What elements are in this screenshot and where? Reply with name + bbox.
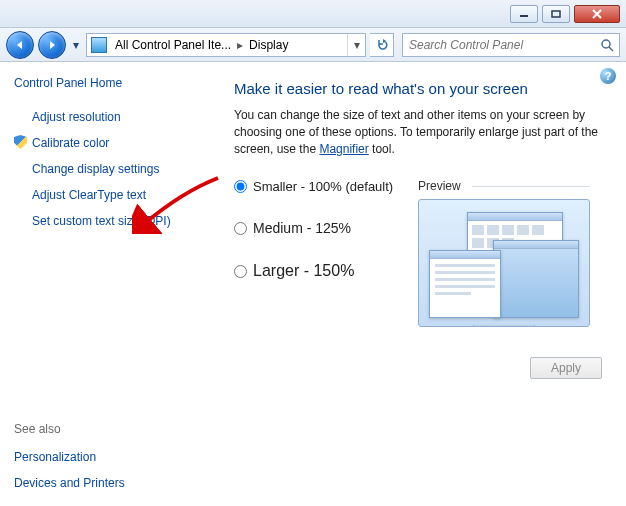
sidebar: Control Panel Home Adjust resolution Cal… [0, 62, 214, 506]
back-button[interactable] [6, 31, 34, 59]
scale-options: Smaller - 100% (default) Medium - 125% L… [234, 179, 606, 327]
refresh-icon [375, 38, 389, 52]
radio-smaller-input[interactable] [234, 180, 247, 193]
search-input[interactable] [403, 37, 595, 53]
radio-larger-label: Larger - 150% [253, 262, 354, 280]
radio-medium-input[interactable] [234, 222, 247, 235]
arrow-right-icon [46, 39, 58, 51]
sidebar-set-custom-text-size[interactable]: Set custom text size (DPI) [14, 212, 200, 230]
svg-rect-1 [552, 11, 560, 17]
chevron-down-icon: ▾ [354, 38, 360, 52]
body: Control Panel Home Adjust resolution Cal… [0, 62, 626, 506]
sidebar-adjust-cleartype[interactable]: Adjust ClearType text [14, 186, 200, 204]
radio-medium[interactable]: Medium - 125% [234, 220, 394, 236]
content-pane: ? Make it easier to read what's on your … [214, 62, 626, 506]
sidebar-adjust-resolution[interactable]: Adjust resolution [14, 108, 200, 126]
svg-rect-0 [520, 15, 528, 17]
sidebar-change-display-settings[interactable]: Change display settings [14, 160, 200, 178]
chevron-down-icon: ▾ [73, 38, 79, 52]
magnifier-link[interactable]: Magnifier [319, 142, 368, 156]
page-description: You can change the size of text and othe… [234, 107, 606, 157]
svg-point-2 [602, 40, 610, 48]
titlebar [0, 0, 626, 28]
forward-button[interactable] [38, 31, 66, 59]
preview-window-blank [493, 240, 579, 318]
arrow-left-icon [14, 39, 26, 51]
sidebar-devices-printers[interactable]: Devices and Printers [14, 474, 200, 492]
radio-medium-label: Medium - 125% [253, 220, 351, 236]
radio-larger-input[interactable] [234, 265, 247, 278]
minimize-button[interactable] [510, 5, 538, 23]
address-bar[interactable]: All Control Panel Ite... ▸ Display ▾ [86, 33, 366, 57]
close-icon [591, 9, 603, 19]
page-title: Make it easier to read what's on your sc… [234, 80, 606, 97]
maximize-button[interactable] [542, 5, 570, 23]
search-icon [595, 38, 619, 52]
maximize-icon [551, 10, 561, 18]
navbar: ▾ All Control Panel Ite... ▸ Display ▾ [0, 28, 626, 62]
control-panel-icon [91, 37, 107, 53]
radio-smaller[interactable]: Smaller - 100% (default) [234, 179, 394, 194]
control-panel-home-link[interactable]: Control Panel Home [14, 76, 200, 90]
sidebar-calibrate-color[interactable]: Calibrate color [14, 134, 200, 152]
breadcrumb-display[interactable]: Display [245, 34, 292, 56]
desc-text-pre: You can change the size of text and othe… [234, 108, 598, 156]
preview-label: Preview [418, 179, 590, 193]
refresh-button[interactable] [370, 33, 394, 57]
preview-monitor [418, 199, 590, 327]
chevron-right-icon[interactable]: ▸ [235, 38, 245, 52]
see-also-header: See also [14, 422, 200, 436]
breadcrumb-all-items[interactable]: All Control Panel Ite... [111, 34, 235, 56]
sidebar-personalization[interactable]: Personalization [14, 448, 200, 466]
radio-smaller-label: Smaller - 100% (default) [253, 179, 393, 194]
minimize-icon [519, 10, 529, 18]
help-icon[interactable]: ? [600, 68, 616, 84]
address-dropdown[interactable]: ▾ [347, 34, 365, 56]
desc-text-post: tool. [369, 142, 395, 156]
svg-line-3 [609, 47, 613, 51]
close-button[interactable] [574, 5, 620, 23]
recent-locations-dropdown[interactable]: ▾ [70, 35, 82, 55]
preview-window-list [429, 250, 501, 318]
search-box[interactable] [402, 33, 620, 57]
radio-larger[interactable]: Larger - 150% [234, 262, 394, 280]
apply-button[interactable]: Apply [530, 357, 602, 379]
